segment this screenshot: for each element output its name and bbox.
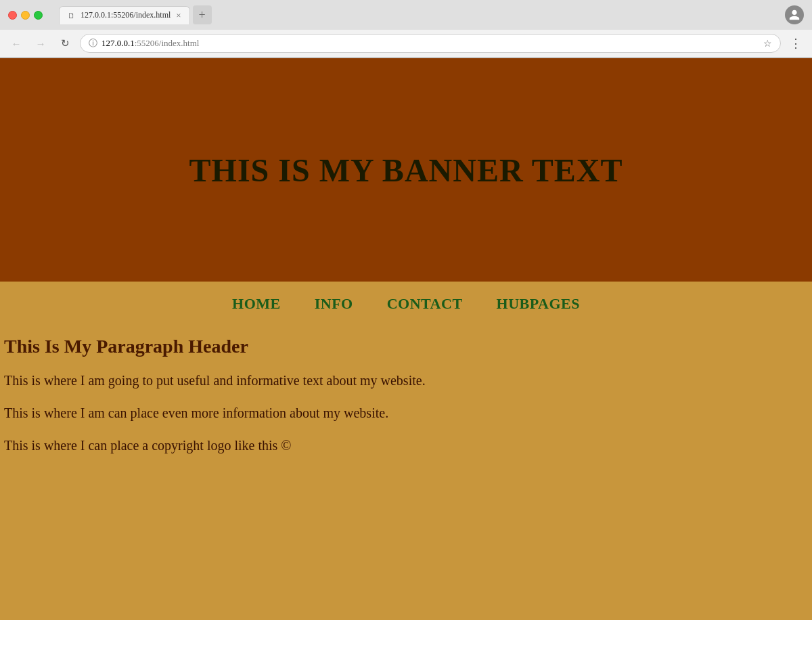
nav-link-contact[interactable]: CONTACT: [387, 295, 463, 313]
address-bar[interactable]: ⓘ 127.0.0.1:55206/index.html ☆: [80, 34, 781, 53]
page-icon: 🗋: [68, 12, 75, 20]
url-path: :55206/index.html: [135, 38, 200, 48]
back-button[interactable]: ←: [7, 34, 26, 53]
tab-title: 127.0.0.1:55206/index.html: [81, 10, 171, 20]
nav-link-info[interactable]: INFO: [315, 295, 353, 313]
nav-link-home[interactable]: HOME: [232, 295, 281, 313]
content-area: HOME INFO CONTACT HUBPAGES This Is My Pa…: [0, 282, 812, 620]
bookmark-icon[interactable]: ☆: [763, 38, 772, 49]
url-display: 127.0.0.1:55206/index.html: [102, 38, 759, 49]
tab-close-button[interactable]: ×: [176, 10, 181, 21]
paragraph-1: This is where I am going to put useful a…: [4, 371, 798, 390]
new-tab-button[interactable]: +: [193, 5, 212, 24]
minimize-window-button[interactable]: [21, 11, 30, 20]
banner: THIS IS MY BANNER TEXT: [0, 58, 812, 282]
paragraph-3: This is where I can place a copyright lo…: [4, 436, 798, 455]
maximize-window-button[interactable]: [34, 11, 43, 20]
close-window-button[interactable]: [8, 11, 17, 20]
website-content: THIS IS MY BANNER TEXT HOME INFO CONTACT…: [0, 58, 812, 620]
paragraph-section: This Is My Paragraph Header This is wher…: [0, 329, 812, 489]
traffic-lights: [8, 11, 43, 20]
tab-bar: 🗋 127.0.0.1:55206/index.html × +: [59, 5, 780, 24]
profile-icon[interactable]: [785, 5, 804, 24]
browser-menu-button[interactable]: ⋮: [786, 34, 805, 53]
browser-toolbar: ← → ↻ ⓘ 127.0.0.1:55206/index.html ☆ ⋮: [0, 30, 812, 58]
paragraph-header: This Is My Paragraph Header: [4, 336, 798, 357]
reload-button[interactable]: ↻: [55, 34, 74, 53]
navigation-bar: HOME INFO CONTACT HUBPAGES: [0, 282, 812, 329]
banner-text: THIS IS MY BANNER TEXT: [189, 152, 623, 189]
browser-titlebar: 🗋 127.0.0.1:55206/index.html × +: [0, 0, 812, 30]
info-icon: ⓘ: [89, 37, 97, 49]
paragraph-2: This is where I am can place even more i…: [4, 403, 798, 422]
browser-tab[interactable]: 🗋 127.0.0.1:55206/index.html ×: [59, 6, 190, 24]
forward-button[interactable]: →: [31, 34, 50, 53]
browser-chrome: 🗋 127.0.0.1:55206/index.html × + ← → ↻ ⓘ: [0, 0, 812, 58]
nav-link-hubpages[interactable]: HUBPAGES: [497, 295, 580, 313]
url-host: 127.0.0.1: [102, 38, 135, 48]
